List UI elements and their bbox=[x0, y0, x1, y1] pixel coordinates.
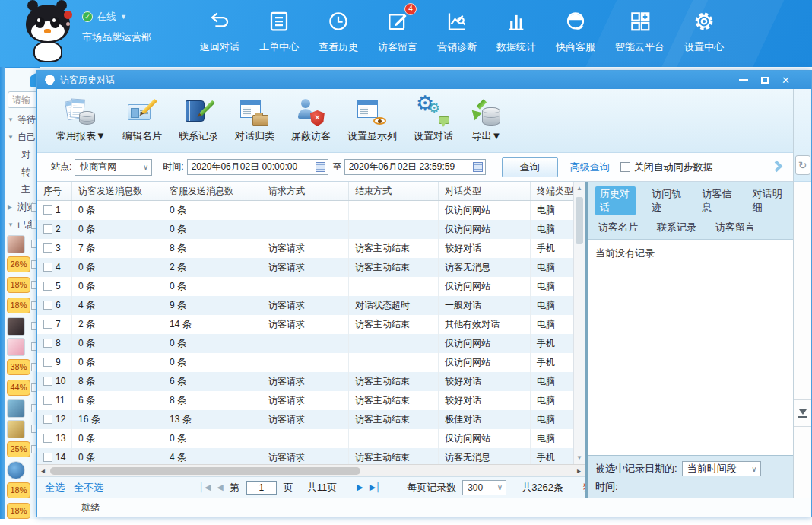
sidebar-tree-item[interactable]: 主 bbox=[5, 181, 40, 199]
refresh-icon[interactable]: ↻ bbox=[795, 155, 810, 175]
visitor-percent-badge[interactable]: 26% bbox=[5, 254, 40, 275]
scroll-down-icon[interactable]: ▼ bbox=[574, 454, 585, 461]
select-none-link[interactable]: 全不选 bbox=[74, 481, 103, 495]
calendar-icon[interactable] bbox=[473, 162, 483, 172]
nav-smart-cloud-platform[interactable]: 智能云平台 bbox=[605, 5, 674, 54]
advanced-query-link[interactable]: 高级查询 bbox=[570, 161, 610, 174]
nav-kuaishang-service[interactable]: 快商客服 bbox=[546, 5, 605, 54]
row-checkbox[interactable] bbox=[43, 282, 52, 291]
nav-visitor-messages[interactable]: 4 访客留言 bbox=[368, 5, 427, 54]
table-row[interactable]: 72 条14 条访客请求访客主动结束其他有效对话电脑 bbox=[37, 315, 585, 334]
tool-contact-records[interactable]: 联系记录 bbox=[170, 97, 227, 143]
nav-view-history[interactable]: 查看历史 bbox=[309, 5, 368, 54]
maximize-button[interactable] bbox=[761, 77, 769, 84]
row-checkbox[interactable] bbox=[43, 301, 52, 310]
tool-dialog-classify[interactable]: 对话归类 bbox=[227, 97, 283, 143]
table-row[interactable]: 108 条6 条访客请求访客主动结束较好对话电脑 bbox=[37, 372, 585, 391]
tab-visit-track[interactable]: 访问轨迹 bbox=[649, 186, 686, 215]
page-number-input[interactable]: 1 bbox=[246, 481, 277, 495]
visitor-percent-badge[interactable]: 38% bbox=[5, 357, 40, 377]
visitor-avatar[interactable] bbox=[5, 418, 40, 439]
tree-arrow-icon[interactable]: ▼ bbox=[8, 116, 14, 123]
nav-settings-center[interactable]: 设置中心 bbox=[674, 5, 734, 54]
table-row[interactable]: 1216 条13 条访客请求访客主动结束极佳对话电脑 bbox=[37, 410, 585, 429]
sidebar-tree-item[interactable]: 对 bbox=[5, 146, 40, 164]
time-to-input[interactable]: 2020年06月02日 23:59:59 bbox=[344, 159, 486, 175]
expand-chevron-icon[interactable] bbox=[771, 161, 783, 173]
nav-data-statistics[interactable]: 数据统计 bbox=[487, 5, 546, 54]
visitor-avatar[interactable] bbox=[5, 336, 40, 357]
table-row[interactable]: 90 条0 条仅访问网站手机 bbox=[37, 353, 585, 372]
row-checkbox[interactable] bbox=[43, 339, 52, 348]
scrollbar-thumb[interactable] bbox=[576, 197, 583, 244]
minimize-button[interactable] bbox=[739, 79, 748, 81]
visitor-avatar[interactable] bbox=[5, 460, 40, 480]
tree-arrow-icon[interactable]: ▼ bbox=[8, 134, 14, 141]
tree-arrow-icon[interactable]: ▼ bbox=[8, 221, 14, 228]
table-row[interactable]: 10 条0 条仅访问网站电脑 bbox=[37, 201, 585, 220]
row-checkbox[interactable] bbox=[43, 224, 52, 234]
visitor-avatar[interactable] bbox=[5, 234, 40, 254]
tab-visitor-info[interactable]: 访客信息 bbox=[699, 186, 737, 215]
avatar[interactable] bbox=[7, 235, 25, 253]
prev-page-icon[interactable]: ◀ bbox=[217, 482, 223, 492]
tool-set-columns[interactable]: 设置显示列 bbox=[339, 97, 405, 143]
row-checkbox[interactable] bbox=[43, 243, 52, 253]
visitor-percent-badge[interactable]: 44% bbox=[5, 377, 40, 398]
sidebar-group[interactable]: ▼等待 bbox=[5, 111, 40, 129]
visitor-search-input[interactable]: 请输 bbox=[8, 91, 40, 108]
row-checkbox[interactable] bbox=[43, 205, 52, 215]
visitor-avatar[interactable] bbox=[5, 398, 40, 418]
sidebar-tree-item[interactable]: 转 bbox=[5, 164, 40, 181]
col-header[interactable]: 对话类型 bbox=[439, 182, 531, 200]
vertical-scrollbar[interactable]: ▲ ▼ bbox=[573, 182, 585, 464]
tab-visitor-messages[interactable]: 访客留言 bbox=[712, 220, 758, 235]
select-all-link[interactable]: 全选 bbox=[45, 481, 65, 495]
close-button[interactable]: ✕ bbox=[782, 75, 790, 85]
row-checkbox[interactable] bbox=[43, 415, 52, 424]
table-row[interactable]: 116 条8 条访客请求访客主动结束较好对话电脑 bbox=[37, 391, 585, 410]
tab-history-dialog[interactable]: 历史对话 bbox=[595, 186, 636, 215]
avatar[interactable] bbox=[7, 420, 25, 438]
table-row[interactable]: 37 条8 条访客请求访客主动结束较好对话手机 bbox=[37, 239, 585, 258]
scroll-up-icon[interactable]: ▲ bbox=[574, 185, 585, 192]
table-row[interactable]: 140 条4 条访客请求访客主动结束访客无消息手机 bbox=[37, 448, 585, 464]
table-row[interactable]: 50 条0 条仅访问网站电脑 bbox=[37, 277, 585, 296]
col-header[interactable]: 请求方式 bbox=[262, 182, 349, 200]
tool-block-visitor[interactable]: 屏蔽访客 bbox=[283, 97, 339, 143]
avatar[interactable] bbox=[7, 461, 25, 479]
sidebar-group[interactable]: ▶浏览 bbox=[5, 199, 40, 216]
visitor-percent-badge[interactable]: 18% bbox=[5, 480, 40, 501]
per-page-select[interactable]: 300 ∨ bbox=[462, 480, 506, 495]
nav-work-order-center[interactable]: 工单中心 bbox=[249, 5, 309, 54]
visitor-percent-badge[interactable]: 18% bbox=[5, 501, 40, 519]
tab-visitor-card[interactable]: 访客名片 bbox=[595, 220, 641, 235]
visitor-percent-badge[interactable]: 18% bbox=[5, 275, 40, 295]
calendar-icon[interactable] bbox=[316, 162, 325, 172]
online-status-label[interactable]: 在线 bbox=[97, 10, 116, 24]
dialog-titlebar[interactable]: 访客历史对话 ✕ bbox=[37, 71, 811, 89]
query-button[interactable]: 查询 bbox=[502, 158, 558, 177]
col-header[interactable]: 访客发送消息数 bbox=[72, 182, 163, 200]
row-checkbox[interactable] bbox=[43, 262, 52, 272]
visitor-percent-badge[interactable]: 18% bbox=[5, 295, 40, 316]
sync-checkbox[interactable] bbox=[620, 162, 630, 172]
row-checkbox[interactable] bbox=[43, 434, 52, 443]
col-header[interactable]: 客服发送消息数 bbox=[163, 182, 262, 200]
tool-edit-card[interactable]: 编辑名片 bbox=[114, 97, 170, 143]
scrollbar-thumb[interactable] bbox=[50, 467, 360, 475]
col-header[interactable]: 结束方式 bbox=[349, 182, 439, 200]
sidebar-group[interactable]: ▼自己 bbox=[5, 129, 40, 146]
table-row[interactable]: 40 条2 条访客请求访客主动结束访客无消息电脑 bbox=[37, 258, 585, 277]
horizontal-scrollbar[interactable]: ◂ ▸ bbox=[37, 464, 585, 476]
visitor-percent-badge[interactable]: 25% bbox=[5, 439, 40, 460]
avatar[interactable] bbox=[7, 338, 25, 356]
tab-dialog-detail[interactable]: 对话明细 bbox=[750, 186, 787, 215]
date-range-select[interactable]: 当前时间段 ∨ bbox=[682, 461, 761, 476]
table-row[interactable]: 20 条0 条仅访问网站电脑 bbox=[37, 220, 585, 239]
visitor-avatar[interactable] bbox=[5, 316, 40, 336]
download-icon[interactable] bbox=[794, 399, 811, 427]
row-checkbox[interactable] bbox=[43, 396, 52, 405]
time-from-input[interactable]: 2020年06月02日 00:00:00 bbox=[187, 159, 328, 175]
sidebar-group[interactable]: ▼已离 bbox=[5, 216, 40, 234]
